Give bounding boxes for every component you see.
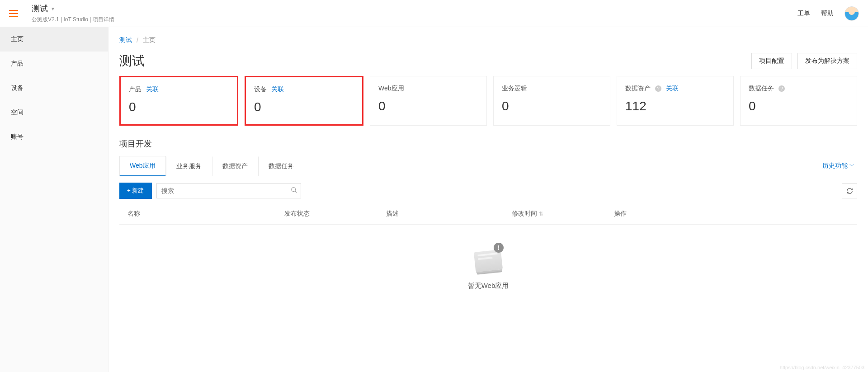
sidebar-item-account[interactable]: 账号 [0,125,108,149]
sidebar-item-device[interactable]: 设备 [0,76,108,100]
tab-service[interactable]: 业务服务 [166,156,212,176]
title-row: 测试 项目配置 发布为解决方案 [119,52,857,70]
tab-label: 业务服务 [176,162,202,170]
chevron-down-icon: ﹀ [849,162,854,169]
breadcrumb-current: 主页 [143,36,156,44]
search-wrap [156,183,301,198]
stat-card-webapp: Web应用 0 [370,76,487,126]
tabs-row: Web应用 业务服务 数据资产 数据任务 历史功能 ﹀ [119,155,857,176]
help-link[interactable]: 帮助 [821,9,834,18]
sort-icon: ⇅ [539,211,543,217]
header-title: 测试 [32,3,48,14]
stat-head: 产品 关联 [129,85,229,94]
stat-card-logic: 业务逻辑 0 [493,76,610,126]
stat-value: 0 [378,99,478,113]
stat-card-data-asset: 数据资产 ? 关联 112 [617,76,734,126]
layout: 主页 产品 设备 空间 账号 测试 / 主页 测试 项目配置 发布为解决方案 产… [0,27,868,372]
help-icon[interactable]: ? [778,85,785,92]
stat-head: 数据资产 ? 关联 [625,85,725,93]
project-switcher[interactable]: 测试 ▼ [32,3,114,14]
stat-head: 设备 关联 [254,85,354,94]
stat-label: 设备 [254,85,267,94]
main-content: 测试 / 主页 测试 项目配置 发布为解决方案 产品 关联 0 设备 关联 [108,27,868,372]
page-title: 测试 [119,52,145,70]
stats-row: 产品 关联 0 设备 关联 0 Web应用 0 业务逻辑 [119,76,857,126]
refresh-button[interactable] [842,183,857,198]
stat-label: 产品 [129,85,142,94]
tab-label: 数据资产 [222,162,248,170]
top-header: 测试 ▼ 公测版V2.1 | IoT Studio | 项目详情 工单 帮助 [0,0,868,27]
empty-text: 暂无Web应用 [468,282,509,290]
breadcrumb: 测试 / 主页 [119,36,857,44]
ticket-link[interactable]: 工单 [797,9,810,18]
col-ops: 操作 [614,210,849,218]
section-title: 项目开发 [119,138,857,149]
breadcrumb-root[interactable]: 测试 [119,36,132,44]
stat-card-product: 产品 关联 0 [119,76,238,126]
sidebar-item-space[interactable]: 空间 [0,100,108,125]
stat-label: 数据资产 [625,85,651,93]
col-status: 发布状态 [284,210,387,218]
tab-label: Web应用 [130,162,156,169]
sidebar-item-label: 产品 [11,60,24,67]
refresh-icon [846,188,853,194]
project-config-button[interactable]: 项目配置 [751,53,792,69]
stat-link[interactable]: 关联 [271,85,284,94]
sidebar-item-label: 空间 [11,108,24,116]
header-subtitle: 公测版V2.1 | IoT Studio | 项目详情 [32,16,114,24]
stat-card-data-task: 数据任务 ? 0 [740,76,857,126]
sidebar: 主页 产品 设备 空间 账号 [0,27,108,372]
new-button[interactable]: + 新建 [119,183,152,199]
sidebar-item-product[interactable]: 产品 [0,52,108,76]
history-label: 历史功能 [822,162,848,170]
alert-badge-icon: ! [494,243,504,253]
col-time[interactable]: 修改时间 ⇅ [512,210,614,218]
stat-label: Web应用 [378,85,404,93]
search-input[interactable] [156,183,301,198]
col-desc: 描述 [386,210,512,218]
breadcrumb-sep: / [137,37,138,44]
history-link[interactable]: 历史功能 ﹀ [822,162,857,170]
stat-head: 业务逻辑 [502,85,602,93]
stat-value: 0 [749,99,849,113]
tab-label: 数据任务 [269,162,294,170]
help-icon[interactable]: ? [655,85,661,92]
tab-webapp[interactable]: Web应用 [119,156,166,176]
stat-label: 数据任务 [749,85,774,93]
stat-head: Web应用 [378,85,478,93]
header-links: 工单 帮助 [797,6,859,21]
empty-state: ! 暂无Web应用 [119,225,857,308]
stat-label: 业务逻辑 [502,85,527,93]
stat-value: 112 [625,99,725,113]
chevron-down-icon: ▼ [51,6,55,11]
stat-link[interactable]: 关联 [146,85,159,94]
sidebar-item-label: 主页 [11,35,24,42]
publish-solution-button[interactable]: 发布为解决方案 [797,53,857,69]
stat-head: 数据任务 ? [749,85,849,93]
menu-icon[interactable] [9,10,18,17]
stat-link[interactable]: 关联 [666,85,679,93]
table-head: 名称 发布状态 描述 修改时间 ⇅ 操作 [119,203,857,225]
sidebar-item-home[interactable]: 主页 [0,27,108,52]
stat-card-device: 设备 关联 0 [245,76,363,126]
header-title-area: 测试 ▼ 公测版V2.1 | IoT Studio | 项目详情 [32,3,114,24]
stat-value: 0 [129,100,229,114]
col-time-label: 修改时间 [512,210,537,218]
col-name: 名称 [127,210,284,218]
tab-data-task[interactable]: 数据任务 [258,156,304,176]
empty-illustration-icon: ! [470,243,506,274]
avatar[interactable] [844,6,859,21]
toolbar: + 新建 [119,183,857,199]
sidebar-item-label: 设备 [11,84,24,91]
tab-data-asset[interactable]: 数据资产 [212,156,258,176]
sidebar-item-label: 账号 [11,133,24,140]
stat-value: 0 [254,100,354,114]
stat-value: 0 [502,99,602,113]
